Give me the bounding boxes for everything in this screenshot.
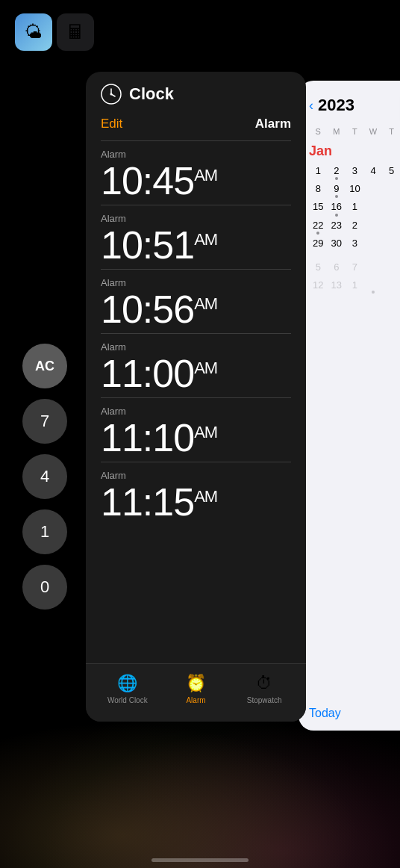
cal-day-22[interactable]: 22	[309, 217, 328, 235]
cal-feb-14[interactable]: 1	[346, 276, 364, 294]
calendar-grid-feb: 5 6 7 12 13 1	[309, 258, 400, 294]
alarm-label-2: Alarm	[101, 213, 291, 224]
alarm-time-6: 11:15AM	[101, 483, 291, 521]
alarm-nav-label: Alarm	[186, 696, 205, 704]
clock-title: Clock	[129, 84, 174, 104]
cal-feb-13[interactable]: 13	[328, 276, 346, 294]
alarm-list: Alarm 10:45AM Alarm 10:51AM Alarm 10:56A…	[86, 140, 306, 526]
cal-day-26[interactable]	[382, 217, 400, 235]
cal-day-empty1	[364, 235, 383, 252]
calendar-card: WED 11 ‹ 2023 S M T W T F S Jan 1 2 3 4 …	[299, 81, 400, 731]
cal-day-12[interactable]	[382, 180, 400, 198]
cal-day-29[interactable]: 29	[309, 235, 328, 252]
clock-logo-icon	[101, 84, 122, 105]
alarm-item-6[interactable]: Alarm 11:15AM	[101, 462, 291, 526]
alarm-item-2[interactable]: Alarm 10:51AM	[101, 205, 291, 269]
cal-day-17[interactable]: 1	[346, 198, 364, 216]
alarm-time-1: 10:45AM	[101, 161, 291, 200]
cal-day-4[interactable]: 4	[364, 162, 383, 180]
dow-m: M	[328, 125, 346, 137]
alarm-item-4[interactable]: Alarm 11:00AM	[101, 333, 291, 397]
calendar-dow-headers: S M T W T F S	[309, 125, 400, 137]
cal-day-31[interactable]: 3	[346, 235, 364, 252]
alarm-item-5[interactable]: Alarm 11:10AM	[101, 397, 291, 462]
dow-t1: T	[346, 125, 364, 137]
cal-feb-6[interactable]: 6	[328, 258, 346, 276]
dial-btn-1[interactable]: 1	[22, 509, 67, 554]
cal-day-16[interactable]: 16	[328, 198, 346, 216]
home-indicator	[151, 858, 249, 862]
clock-bottom-nav: 🌐 World Clock ⏰ Alarm ⏱ Stopwatch	[86, 663, 306, 722]
edit-button[interactable]: Edit	[101, 117, 122, 131]
cal-day-1[interactable]: 1	[309, 162, 328, 180]
alarm-time-5: 11:10AM	[101, 418, 291, 457]
calendar-month-label: Jan	[309, 143, 400, 159]
cal-day-25[interactable]	[364, 217, 383, 235]
alarm-time-4: 11:00AM	[101, 354, 291, 393]
cal-day-18[interactable]	[364, 198, 383, 216]
dow-w: W	[364, 125, 383, 137]
cal-day-23[interactable]: 23	[328, 217, 346, 235]
calculator-app-icon[interactable]: 🖩	[57, 13, 94, 51]
alarm-time-2: 10:51AM	[101, 226, 291, 264]
clock-card-header: Clock	[86, 72, 306, 112]
cal-day-empty2	[382, 235, 400, 252]
calendar-back-arrow[interactable]: ‹	[309, 98, 313, 114]
alarm-nav-icon: ⏰	[186, 674, 206, 693]
alarm-label-6: Alarm	[101, 470, 291, 481]
cal-feb-dot[interactable]	[364, 276, 383, 294]
cal-day-3[interactable]: 3	[346, 162, 364, 180]
dow-s1: S	[309, 125, 328, 137]
cal-day-2[interactable]: 2	[328, 162, 346, 180]
cal-day-30[interactable]: 30	[328, 235, 346, 252]
cal-feb-7[interactable]: 7	[346, 258, 364, 276]
dial-btn-4[interactable]: 4	[22, 454, 67, 499]
cal-day-9[interactable]: 9	[328, 180, 346, 198]
dow-t2: T	[382, 125, 400, 137]
app-icons: 🌤 🖩	[15, 13, 94, 51]
alarm-label-4: Alarm	[101, 341, 291, 353]
cal-feb-12[interactable]: 12	[309, 276, 328, 294]
calendar-today-button[interactable]: Today	[309, 707, 341, 720]
svg-point-3	[110, 93, 113, 96]
weather-app-icon[interactable]: 🌤	[15, 13, 52, 51]
cal-day-19[interactable]	[382, 198, 400, 216]
clock-card: Clock Edit Alarm Alarm 10:45AM Alarm 10:…	[86, 72, 306, 722]
world-clock-icon: 🌐	[117, 674, 137, 693]
alarm-section-title: Alarm	[255, 117, 291, 131]
cal-day-11[interactable]	[364, 180, 383, 198]
calendar-grid-jan: 1 2 3 4 5 6 7 8 9 10 15 16 1 22 23	[309, 162, 400, 252]
alarm-item-1[interactable]: Alarm 10:45AM	[101, 140, 291, 205]
cal-day-5[interactable]: 5	[382, 162, 400, 180]
dial-btn-7[interactable]: 7	[22, 399, 67, 444]
cal-day-15[interactable]: 15	[309, 198, 328, 216]
nav-alarm[interactable]: ⏰ Alarm	[169, 674, 222, 704]
alarm-label-3: Alarm	[101, 277, 291, 288]
stopwatch-label: Stopwatch	[247, 696, 282, 704]
top-bar: 🌤 🖩	[0, 13, 400, 51]
alarm-header: Edit Alarm	[86, 112, 306, 140]
cal-day-8[interactable]: 8	[309, 180, 328, 198]
world-clock-label: World Clock	[107, 696, 148, 704]
cal-feb-5[interactable]: 5	[309, 258, 328, 276]
cal-day-10[interactable]: 10	[346, 180, 364, 198]
nav-stopwatch[interactable]: ⏱ Stopwatch	[238, 674, 290, 704]
alarm-label-5: Alarm	[101, 406, 291, 417]
alarm-time-3: 10:56AM	[101, 290, 291, 329]
dial-btn-0[interactable]: 0	[22, 565, 67, 610]
stopwatch-icon: ⏱	[256, 674, 272, 693]
alarm-label-1: Alarm	[101, 149, 291, 160]
left-dial-panel: AC 7 4 1 0	[22, 344, 67, 610]
calendar-year-row: ‹ 2023	[309, 96, 400, 115]
nav-world-clock[interactable]: 🌐 World Clock	[101, 674, 154, 704]
calendar-content: ‹ 2023 S M T W T F S Jan 1 2 3 4 5 6 7 8…	[299, 81, 400, 302]
calendar-year: 2023	[318, 96, 354, 115]
dial-btn-ac[interactable]: AC	[22, 344, 67, 388]
cal-day-24[interactable]: 2	[346, 217, 364, 235]
alarm-item-3[interactable]: Alarm 10:56AM	[101, 269, 291, 333]
